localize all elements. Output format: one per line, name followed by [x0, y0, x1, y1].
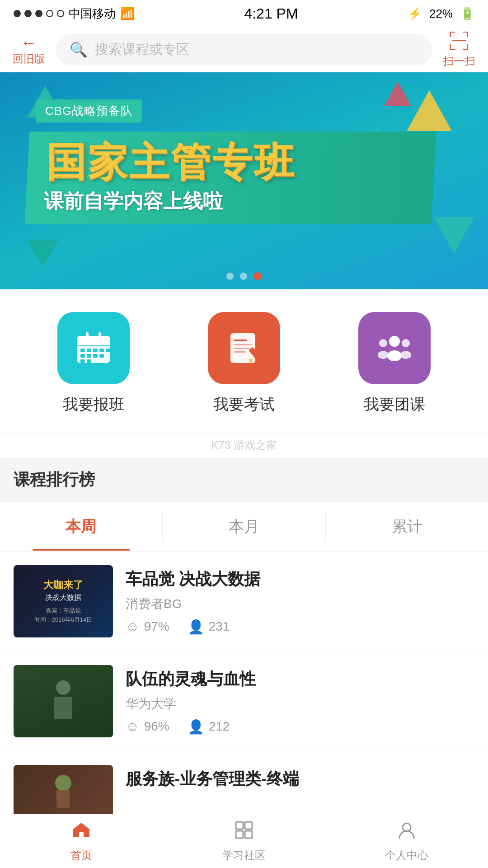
- svg-rect-7: [467, 44, 468, 50]
- svg-rect-13: [80, 349, 85, 352]
- thumb-overlay-2: [14, 665, 113, 737]
- scan-icon: [449, 31, 469, 54]
- svg-rect-18: [80, 354, 85, 358]
- svg-rect-22: [80, 359, 85, 363]
- svg-rect-17: [106, 349, 110, 352]
- rating-icon-1: ☺: [126, 619, 140, 634]
- course-students-1: 👤 231: [188, 619, 230, 635]
- course-info-3: 服务族-业务管理类-终端: [126, 765, 474, 819]
- status-bar: 中国移动 📶 4:21 PM ⚡ 22% 🔋: [0, 0, 488, 27]
- course-list: 大咖来了 决战大数据 嘉宾：车品觉时间：2016年6月14日 车品觉 决战大数据…: [0, 552, 488, 833]
- rating-value-1: 97%: [144, 619, 169, 634]
- svg-rect-11: [77, 340, 110, 346]
- students-icon-1: 👤: [188, 619, 204, 635]
- svg-rect-24: [86, 332, 89, 340]
- home-icon: [71, 820, 91, 844]
- banner[interactable]: CBG战略预备队 国家主管专班 课前自学内容上线啦: [0, 72, 488, 289]
- group-icon-bg: [358, 312, 431, 384]
- battery-label: 22%: [429, 7, 453, 21]
- svg-rect-30: [234, 351, 246, 353]
- svg-point-41: [55, 775, 71, 791]
- bottom-nav-home[interactable]: 首页: [0, 814, 163, 868]
- time-label: 4:21 PM: [244, 5, 298, 22]
- back-button[interactable]: ← 回旧版: [11, 33, 47, 66]
- svg-rect-5: [450, 44, 451, 50]
- svg-rect-8: [452, 40, 466, 41]
- back-arrow-icon: ←: [20, 33, 38, 52]
- course-title-3: 服务族-业务管理类-终端: [126, 768, 474, 790]
- register-icon-bg: [57, 312, 130, 384]
- course-info-1: 车品觉 决战大数据 消费者BG ☺ 97% 👤 231: [126, 565, 474, 637]
- course-students-2: 👤 212: [188, 719, 230, 735]
- exam-icon-bg: [208, 312, 280, 384]
- bottom-nav-community[interactable]: 学习社区: [163, 814, 325, 868]
- tab-month[interactable]: 本月: [163, 503, 325, 551]
- section-header: 课程排行榜: [0, 457, 488, 503]
- banner-dots: [226, 272, 262, 280]
- svg-point-38: [400, 351, 411, 359]
- course-title-2: 队伍的灵魂与血性: [126, 668, 474, 690]
- profile-icon: [397, 820, 417, 844]
- students-icon-2: 👤: [188, 719, 204, 735]
- banner-dot-3[interactable]: [253, 272, 262, 280]
- banner-subtitle: 课前自学内容上线啦: [44, 188, 414, 215]
- course-thumb-3: [14, 765, 113, 819]
- wifi-icon: 📶: [120, 7, 135, 21]
- tab-month-label: 本月: [229, 518, 259, 535]
- svg-rect-46: [245, 831, 252, 838]
- tabs: 本周 本月 累计: [0, 503, 488, 552]
- course-meta-1: ☺ 97% 👤 231: [126, 619, 474, 635]
- profile-label: 个人中心: [385, 848, 428, 863]
- banner-ribbon-bg: 国家主管专班 课前自学内容上线啦: [25, 132, 436, 224]
- scan-button[interactable]: 扫一扫: [441, 31, 477, 68]
- community-label: 学习社区: [222, 848, 266, 863]
- nav-bar: ← 回旧版 🔍 搜索课程或专区 扫一扫: [0, 27, 488, 72]
- svg-point-34: [387, 350, 402, 361]
- svg-rect-19: [87, 354, 91, 358]
- banner-content: CBG战略预备队 国家主管专班 课前自学内容上线啦: [0, 99, 488, 224]
- svg-rect-45: [236, 831, 243, 838]
- svg-point-35: [379, 339, 387, 347]
- course-rating-2: ☺ 96%: [126, 719, 169, 734]
- svg-rect-14: [87, 349, 91, 352]
- tab-week[interactable]: 本周: [0, 503, 162, 551]
- svg-point-47: [403, 823, 411, 831]
- svg-rect-28: [234, 344, 252, 345]
- rating-icon-2: ☺: [126, 719, 140, 734]
- tab-week-label: 本周: [66, 518, 96, 535]
- signal-dot-2: [24, 10, 32, 17]
- svg-rect-40: [54, 697, 72, 719]
- thumb-overlay-1: 大咖来了 决战大数据 嘉宾：车品觉时间：2016年6月14日: [14, 565, 113, 637]
- signal-dot-1: [14, 10, 21, 17]
- signal-dot-3: [35, 10, 42, 17]
- tab-total[interactable]: 累计: [326, 503, 488, 551]
- course-item-1[interactable]: 大咖来了 决战大数据 嘉宾：车品觉时间：2016年6月14日 车品觉 决战大数据…: [0, 552, 488, 651]
- signal-dot-4: [46, 10, 53, 17]
- svg-point-39: [56, 680, 70, 695]
- rating-value-2: 96%: [144, 719, 169, 734]
- action-group[interactable]: 我要团课: [358, 312, 431, 415]
- svg-rect-3: [467, 32, 468, 37]
- course-org-1: 消费者BG: [126, 595, 474, 613]
- action-exam[interactable]: 我要考试: [208, 312, 280, 415]
- action-register[interactable]: 我要报班: [57, 312, 130, 415]
- search-bar[interactable]: 🔍 搜索课程或专区: [56, 34, 432, 66]
- status-right: ⚡ 22% 🔋: [408, 7, 474, 21]
- students-value-2: 212: [209, 719, 230, 734]
- svg-rect-44: [245, 822, 252, 829]
- course-thumb-2: [14, 665, 113, 737]
- banner-dot-1[interactable]: [226, 273, 234, 280]
- bottom-nav: 首页 学习社区 个人中心: [0, 814, 488, 868]
- quick-actions: 我要报班 我要考试: [0, 289, 488, 434]
- carrier-label: 中国移动: [69, 6, 116, 22]
- course-item-2[interactable]: 队伍的灵魂与血性 华为大学 ☺ 96% 👤 212: [0, 651, 488, 751]
- scan-label: 扫一扫: [443, 54, 475, 68]
- course-rating-1: ☺ 97%: [126, 619, 169, 634]
- thumb-bg-2: [14, 665, 113, 737]
- banner-dot-2[interactable]: [240, 273, 247, 280]
- svg-rect-25: [99, 332, 101, 340]
- bottom-nav-profile[interactable]: 个人中心: [325, 814, 488, 868]
- svg-rect-20: [93, 354, 98, 358]
- nature-icon: [47, 774, 79, 810]
- svg-rect-29: [234, 348, 250, 349]
